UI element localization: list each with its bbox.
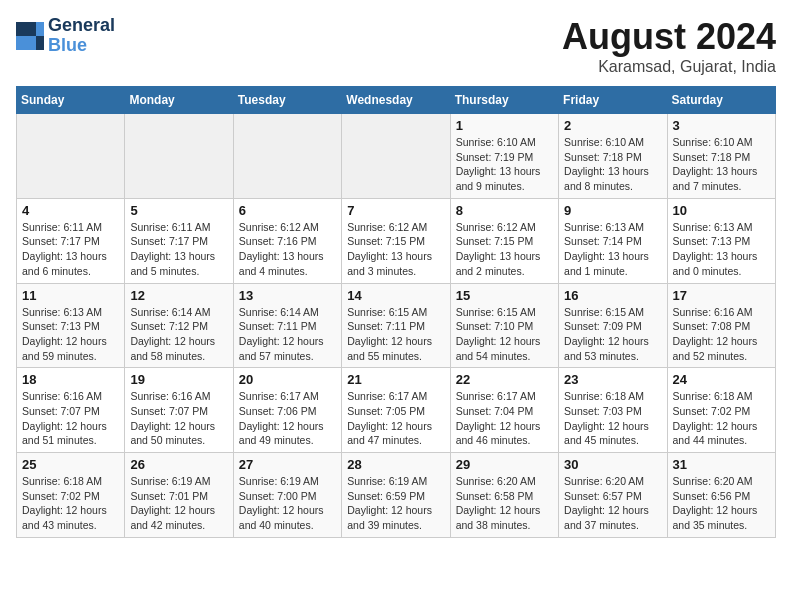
day-number: 20 xyxy=(239,372,336,387)
calendar-cell: 1Sunrise: 6:10 AM Sunset: 7:19 PM Daylig… xyxy=(450,114,558,199)
day-number: 29 xyxy=(456,457,553,472)
calendar-cell: 15Sunrise: 6:15 AM Sunset: 7:10 PM Dayli… xyxy=(450,283,558,368)
logo: General Blue xyxy=(16,16,115,56)
day-number: 7 xyxy=(347,203,444,218)
day-info: Sunrise: 6:17 AM Sunset: 7:04 PM Dayligh… xyxy=(456,389,553,448)
svg-marker-3 xyxy=(36,36,44,50)
week-row-4: 18Sunrise: 6:16 AM Sunset: 7:07 PM Dayli… xyxy=(17,368,776,453)
calendar-cell xyxy=(233,114,341,199)
day-number: 9 xyxy=(564,203,661,218)
logo-line1: General xyxy=(48,16,115,36)
day-number: 16 xyxy=(564,288,661,303)
week-row-3: 11Sunrise: 6:13 AM Sunset: 7:13 PM Dayli… xyxy=(17,283,776,368)
calendar-cell: 13Sunrise: 6:14 AM Sunset: 7:11 PM Dayli… xyxy=(233,283,341,368)
weekday-header-saturday: Saturday xyxy=(667,87,775,114)
logo-icon xyxy=(16,22,44,50)
calendar-cell: 19Sunrise: 6:16 AM Sunset: 7:07 PM Dayli… xyxy=(125,368,233,453)
location: Karamsad, Gujarat, India xyxy=(562,58,776,76)
calendar-cell: 11Sunrise: 6:13 AM Sunset: 7:13 PM Dayli… xyxy=(17,283,125,368)
day-number: 19 xyxy=(130,372,227,387)
calendar-cell: 26Sunrise: 6:19 AM Sunset: 7:01 PM Dayli… xyxy=(125,453,233,538)
day-info: Sunrise: 6:16 AM Sunset: 7:08 PM Dayligh… xyxy=(673,305,770,364)
day-info: Sunrise: 6:18 AM Sunset: 7:02 PM Dayligh… xyxy=(673,389,770,448)
weekday-header-friday: Friday xyxy=(559,87,667,114)
day-info: Sunrise: 6:12 AM Sunset: 7:15 PM Dayligh… xyxy=(456,220,553,279)
day-number: 28 xyxy=(347,457,444,472)
calendar-cell xyxy=(342,114,450,199)
day-number: 23 xyxy=(564,372,661,387)
calendar-cell: 12Sunrise: 6:14 AM Sunset: 7:12 PM Dayli… xyxy=(125,283,233,368)
day-info: Sunrise: 6:15 AM Sunset: 7:11 PM Dayligh… xyxy=(347,305,444,364)
day-number: 5 xyxy=(130,203,227,218)
calendar-cell: 10Sunrise: 6:13 AM Sunset: 7:13 PM Dayli… xyxy=(667,198,775,283)
calendar-cell: 2Sunrise: 6:10 AM Sunset: 7:18 PM Daylig… xyxy=(559,114,667,199)
day-number: 14 xyxy=(347,288,444,303)
page-header: General Blue August 2024 Karamsad, Gujar… xyxy=(16,16,776,76)
week-row-1: 1Sunrise: 6:10 AM Sunset: 7:19 PM Daylig… xyxy=(17,114,776,199)
day-info: Sunrise: 6:19 AM Sunset: 6:59 PM Dayligh… xyxy=(347,474,444,533)
calendar-cell: 20Sunrise: 6:17 AM Sunset: 7:06 PM Dayli… xyxy=(233,368,341,453)
weekday-header-wednesday: Wednesday xyxy=(342,87,450,114)
day-number: 15 xyxy=(456,288,553,303)
day-info: Sunrise: 6:10 AM Sunset: 7:19 PM Dayligh… xyxy=(456,135,553,194)
calendar-table: SundayMondayTuesdayWednesdayThursdayFrid… xyxy=(16,86,776,538)
day-number: 18 xyxy=(22,372,119,387)
calendar-cell: 27Sunrise: 6:19 AM Sunset: 7:00 PM Dayli… xyxy=(233,453,341,538)
calendar-cell: 5Sunrise: 6:11 AM Sunset: 7:17 PM Daylig… xyxy=(125,198,233,283)
day-info: Sunrise: 6:10 AM Sunset: 7:18 PM Dayligh… xyxy=(564,135,661,194)
day-number: 31 xyxy=(673,457,770,472)
day-info: Sunrise: 6:15 AM Sunset: 7:10 PM Dayligh… xyxy=(456,305,553,364)
weekday-header-monday: Monday xyxy=(125,87,233,114)
day-number: 3 xyxy=(673,118,770,133)
calendar-cell: 7Sunrise: 6:12 AM Sunset: 7:15 PM Daylig… xyxy=(342,198,450,283)
weekday-header-thursday: Thursday xyxy=(450,87,558,114)
day-info: Sunrise: 6:18 AM Sunset: 7:03 PM Dayligh… xyxy=(564,389,661,448)
day-number: 22 xyxy=(456,372,553,387)
week-row-2: 4Sunrise: 6:11 AM Sunset: 7:17 PM Daylig… xyxy=(17,198,776,283)
calendar-cell: 21Sunrise: 6:17 AM Sunset: 7:05 PM Dayli… xyxy=(342,368,450,453)
calendar-cell: 25Sunrise: 6:18 AM Sunset: 7:02 PM Dayli… xyxy=(17,453,125,538)
day-info: Sunrise: 6:19 AM Sunset: 7:01 PM Dayligh… xyxy=(130,474,227,533)
calendar-cell: 31Sunrise: 6:20 AM Sunset: 6:56 PM Dayli… xyxy=(667,453,775,538)
day-number: 25 xyxy=(22,457,119,472)
day-info: Sunrise: 6:17 AM Sunset: 7:05 PM Dayligh… xyxy=(347,389,444,448)
day-number: 17 xyxy=(673,288,770,303)
calendar-cell: 8Sunrise: 6:12 AM Sunset: 7:15 PM Daylig… xyxy=(450,198,558,283)
calendar-cell: 16Sunrise: 6:15 AM Sunset: 7:09 PM Dayli… xyxy=(559,283,667,368)
calendar-cell: 3Sunrise: 6:10 AM Sunset: 7:18 PM Daylig… xyxy=(667,114,775,199)
calendar-cell: 18Sunrise: 6:16 AM Sunset: 7:07 PM Dayli… xyxy=(17,368,125,453)
day-info: Sunrise: 6:15 AM Sunset: 7:09 PM Dayligh… xyxy=(564,305,661,364)
weekday-header-sunday: Sunday xyxy=(17,87,125,114)
week-row-5: 25Sunrise: 6:18 AM Sunset: 7:02 PM Dayli… xyxy=(17,453,776,538)
day-info: Sunrise: 6:13 AM Sunset: 7:14 PM Dayligh… xyxy=(564,220,661,279)
day-number: 11 xyxy=(22,288,119,303)
calendar-cell: 14Sunrise: 6:15 AM Sunset: 7:11 PM Dayli… xyxy=(342,283,450,368)
day-number: 6 xyxy=(239,203,336,218)
day-number: 13 xyxy=(239,288,336,303)
calendar-cell xyxy=(125,114,233,199)
calendar-cell: 29Sunrise: 6:20 AM Sunset: 6:58 PM Dayli… xyxy=(450,453,558,538)
title-area: August 2024 Karamsad, Gujarat, India xyxy=(562,16,776,76)
day-info: Sunrise: 6:18 AM Sunset: 7:02 PM Dayligh… xyxy=(22,474,119,533)
day-info: Sunrise: 6:16 AM Sunset: 7:07 PM Dayligh… xyxy=(22,389,119,448)
day-info: Sunrise: 6:20 AM Sunset: 6:58 PM Dayligh… xyxy=(456,474,553,533)
day-number: 21 xyxy=(347,372,444,387)
day-number: 2 xyxy=(564,118,661,133)
calendar-cell: 9Sunrise: 6:13 AM Sunset: 7:14 PM Daylig… xyxy=(559,198,667,283)
day-info: Sunrise: 6:12 AM Sunset: 7:15 PM Dayligh… xyxy=(347,220,444,279)
day-number: 24 xyxy=(673,372,770,387)
day-info: Sunrise: 6:11 AM Sunset: 7:17 PM Dayligh… xyxy=(22,220,119,279)
day-number: 8 xyxy=(456,203,553,218)
calendar-cell: 4Sunrise: 6:11 AM Sunset: 7:17 PM Daylig… xyxy=(17,198,125,283)
day-info: Sunrise: 6:20 AM Sunset: 6:57 PM Dayligh… xyxy=(564,474,661,533)
calendar-cell: 23Sunrise: 6:18 AM Sunset: 7:03 PM Dayli… xyxy=(559,368,667,453)
weekday-header-row: SundayMondayTuesdayWednesdayThursdayFrid… xyxy=(17,87,776,114)
day-info: Sunrise: 6:11 AM Sunset: 7:17 PM Dayligh… xyxy=(130,220,227,279)
day-number: 26 xyxy=(130,457,227,472)
day-info: Sunrise: 6:19 AM Sunset: 7:00 PM Dayligh… xyxy=(239,474,336,533)
calendar-cell: 22Sunrise: 6:17 AM Sunset: 7:04 PM Dayli… xyxy=(450,368,558,453)
day-number: 12 xyxy=(130,288,227,303)
day-number: 30 xyxy=(564,457,661,472)
month-year: August 2024 xyxy=(562,16,776,58)
logo-line2: Blue xyxy=(48,36,115,56)
